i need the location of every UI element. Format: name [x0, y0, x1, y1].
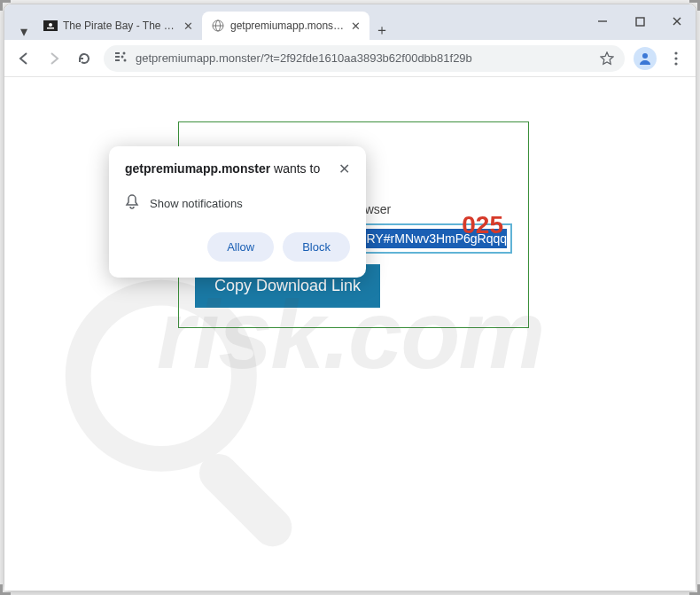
svg-point-15 — [124, 59, 127, 62]
svg-point-14 — [121, 56, 124, 59]
back-button[interactable] — [13, 48, 35, 69]
address-bar[interactable]: getpremiumapp.monster/?t=2f92fde1610aa38… — [104, 45, 625, 72]
toolbar: getpremiumapp.monster/?t=2f92fde1610aa38… — [4, 40, 696, 77]
svg-point-5 — [49, 23, 52, 27]
svg-point-16 — [642, 53, 648, 59]
svg-rect-1 — [636, 18, 644, 26]
permission-item-label: Show notifications — [150, 197, 243, 210]
bookmark-star-icon[interactable] — [600, 51, 614, 66]
permission-item: Show notifications — [125, 194, 350, 213]
permission-close-icon[interactable]: ✕ — [338, 160, 350, 177]
profile-avatar[interactable] — [634, 47, 657, 70]
block-button[interactable]: Block — [283, 232, 350, 262]
tab-close-icon[interactable]: ✕ — [183, 20, 193, 33]
svg-rect-11 — [115, 56, 120, 58]
svg-point-17 — [674, 51, 677, 54]
svg-point-19 — [674, 62, 677, 65]
reload-button[interactable] — [74, 48, 95, 69]
tab-search-caret-icon[interactable]: ▾ — [13, 23, 35, 40]
bell-icon — [125, 194, 139, 213]
svg-rect-6 — [47, 27, 54, 29]
svg-point-18 — [674, 57, 677, 59]
address-text: getpremiumapp.monster/?t=2f92fde1610aa38… — [136, 51, 593, 65]
forward-button[interactable] — [43, 48, 65, 69]
svg-rect-10 — [115, 52, 120, 54]
maximize-button[interactable] — [634, 15, 646, 27]
permission-title: getpremiumapp.monster wants to — [125, 160, 320, 178]
new-tab-button[interactable]: ＋ — [369, 21, 394, 40]
svg-rect-12 — [115, 59, 120, 61]
pirate-favicon-icon — [43, 19, 58, 33]
notification-permission-dialog: getpremiumapp.monster wants to ✕ Show no… — [109, 146, 366, 278]
window-controls — [596, 15, 683, 27]
close-window-button[interactable] — [671, 15, 683, 27]
site-settings-icon[interactable] — [114, 51, 128, 66]
svg-rect-21 — [191, 446, 299, 554]
globe-favicon-icon — [211, 19, 225, 33]
tab-inactive[interactable]: The Pirate Bay - The galaxy's m ✕ — [35, 12, 202, 40]
minimize-button[interactable] — [596, 15, 609, 27]
tab-title: getpremiumapp.monster/?t=2f — [230, 20, 346, 32]
page-content: 025 Copy and paste the URL in browser ht… — [4, 77, 696, 591]
allow-button[interactable]: Allow — [207, 232, 274, 262]
tab-title: The Pirate Bay - The galaxy's m — [63, 20, 178, 32]
svg-point-13 — [123, 52, 126, 55]
browser-window: ▾ The Pirate Bay - The galaxy's m ✕ getp… — [4, 4, 696, 591]
partial-year-text: 025 — [462, 211, 503, 239]
tab-close-icon[interactable]: ✕ — [351, 20, 361, 33]
menu-kebab-icon[interactable] — [665, 48, 687, 69]
tab-strip: ▾ The Pirate Bay - The galaxy's m ✕ getp… — [4, 4, 696, 40]
tab-active[interactable]: getpremiumapp.monster/?t=2f ✕ — [202, 12, 369, 40]
